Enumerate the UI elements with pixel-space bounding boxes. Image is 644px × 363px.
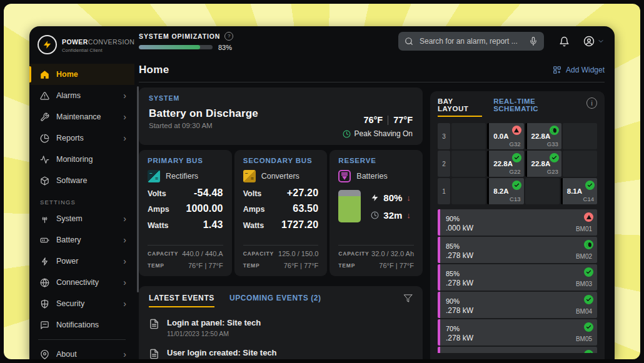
add-widget-label: Add Widget (566, 66, 605, 74)
temp-left: 76°F (363, 115, 383, 125)
sidebar-item-alarms[interactable]: Alarms › (29, 85, 134, 106)
cell-id: C13 (510, 196, 520, 202)
microphone-icon[interactable] (529, 37, 538, 46)
bay-cell-empty[interactable] (451, 178, 486, 204)
peak-shaving-label: Peak Shaving On (355, 129, 413, 138)
event-row[interactable]: User login created: Site tech 10/25/2023… (149, 348, 413, 359)
info-icon[interactable]: i (586, 97, 597, 109)
optimization-percent: 83% (218, 44, 232, 51)
sidebar-item-about[interactable]: About › (29, 344, 134, 359)
sidebar-item-connectivity[interactable]: Connectivity › (29, 272, 134, 293)
ok-status-icon (512, 181, 521, 190)
system-status-card: SYSTEM Battery on Discharge Started at 0… (139, 87, 423, 145)
chevron-right-icon: › (123, 278, 126, 287)
cell-id: G33 (547, 141, 558, 147)
add-widget-button[interactable]: Add Widget (553, 66, 605, 74)
alert-triangle-icon (40, 91, 49, 101)
bay-row-label: 1 (438, 178, 450, 204)
module-percent: 70% (446, 325, 460, 332)
sleep-status-icon (550, 126, 559, 135)
account-menu-button[interactable] (583, 36, 605, 47)
module-row-BM03[interactable]: 85% .278 kW BM03 (438, 264, 597, 291)
bay-cell-empty[interactable] (525, 178, 560, 204)
sidebar-item-battery[interactable]: Battery › (29, 229, 134, 251)
bay-cell-C14[interactable]: 8.1A C14 (561, 178, 597, 204)
left-column: SYSTEM Battery on Discharge Started at 0… (139, 87, 423, 359)
bay-cell-G23[interactable]: 22.8A G23 (525, 151, 561, 177)
module-kw: .278 kW (446, 306, 473, 315)
sidebar-item-system[interactable]: System › (29, 208, 134, 229)
bay-row-2: 2 22.8A G22 22.8A G23 (438, 151, 597, 177)
bay-cell-empty[interactable] (451, 151, 486, 177)
header-divider (139, 82, 605, 82)
logo: POWERCONVERSION Confidential Client (29, 26, 134, 59)
temp-value: 76°F | 77°F (284, 262, 319, 269)
notifications-bell-button[interactable] (559, 36, 570, 47)
main-area: SYSTEM OPIMIZATION ? 83% (134, 26, 615, 359)
event-title: User login created: Site tech (167, 348, 277, 357)
tab-real-time-schematic[interactable]: REAL-TIME SCHEMATIC (493, 97, 575, 116)
cell-id: G32 (510, 141, 521, 147)
brand-text: POWERCONVERSION Confidential Client (62, 36, 134, 53)
metric-label: Watts (243, 221, 264, 230)
module-id: BM03 (576, 281, 592, 287)
sidebar-item-home[interactable]: Home (29, 64, 134, 85)
chevron-right-icon: › (123, 134, 126, 142)
bay-cell-G32[interactable]: 0.0A G32 (487, 123, 523, 149)
device-label: Batteries (356, 172, 387, 181)
sidebar-item-reports[interactable]: Reports › (29, 127, 134, 149)
ok-status-icon (584, 350, 593, 353)
about-section: About › (29, 336, 134, 359)
ok-status-icon (550, 153, 559, 162)
sidebar-item-security[interactable]: Security › (29, 293, 134, 314)
module-row-BM01[interactable]: 90% .000 kW BM01 (438, 209, 597, 236)
system-optimization: SYSTEM OPIMIZATION ? 83% (139, 32, 233, 51)
tab-latest-events[interactable]: LATEST EVENTS (149, 294, 214, 307)
module-row-BM05[interactable]: 70% .278 kW BM05 (438, 319, 597, 346)
bay-cell-empty[interactable] (563, 123, 597, 149)
temp-value: 76°F | 77°F (188, 262, 223, 269)
filter-button[interactable] (403, 294, 413, 303)
sidebar-item-label: Reports (56, 134, 84, 142)
zap-icon (371, 194, 379, 202)
bay-cell-empty[interactable] (451, 123, 486, 149)
module-row-BM02[interactable]: 85% .278 kW BM02 (438, 237, 597, 263)
sidebar-item-monitoring[interactable]: Monitoring (29, 149, 134, 170)
filter-icon (403, 294, 413, 303)
metric-value: 63.50 (293, 203, 318, 214)
tab-upcoming-events[interactable]: UPCOMING EVENTS (2) (229, 294, 321, 306)
search-icon (405, 37, 413, 46)
sidebar-item-label: About (56, 350, 77, 359)
sidebar-divider (38, 339, 126, 340)
module-row-BM06[interactable]: 70% .278 kW BM06 (438, 347, 597, 353)
question-circle-icon[interactable]: ? (224, 32, 233, 41)
scrollbar-thumb[interactable] (137, 86, 139, 292)
chevron-right-icon: › (123, 112, 126, 121)
converter-icon: ~= (243, 170, 256, 182)
module-percent: 90% (446, 297, 460, 305)
search-input[interactable] (418, 36, 524, 46)
antenna-icon (40, 214, 49, 224)
bay-cell-G22[interactable]: 22.8A G22 (487, 151, 523, 177)
system-optimization-label: SYSTEM OPIMIZATION (139, 32, 220, 40)
sidebar-item-maintenance[interactable]: Maintenance › (29, 106, 134, 127)
message-icon (40, 321, 49, 330)
temp-label: TEMP (243, 262, 260, 269)
module-kw: .000 kW (446, 224, 473, 232)
bay-cell-G33[interactable]: 22.8A G33 (525, 123, 561, 149)
tab-bay-layout[interactable]: BAY LAYOUT (438, 97, 482, 117)
sidebar-item-software[interactable]: Software (29, 170, 134, 191)
module-row-BM04[interactable]: 90% .278 kW BM04 (438, 292, 597, 318)
battery-level-graphic (338, 190, 361, 222)
brand-bold: POWER (62, 38, 88, 46)
temp-separator (388, 116, 388, 125)
module-percent: 85% (446, 270, 460, 277)
sidebar-nav: Home Alarms › Maintenance › Reports › Mo… (29, 64, 134, 359)
bay-cell-empty[interactable] (563, 151, 597, 177)
bay-cell-C13[interactable]: 8.2A C13 (487, 178, 523, 204)
sidebar-item-power[interactable]: Power › (29, 251, 134, 272)
secondary-bus-card: SECONDARY BUS ~= Converters Volts+27.20 … (234, 150, 328, 276)
dashboard-window: POWERCONVERSION Confidential Client Home… (29, 26, 615, 359)
event-row[interactable]: Login at panel: Site tech 11/01/2023 12:… (149, 318, 413, 337)
sidebar-item-notifications[interactable]: Notifications (29, 314, 134, 336)
